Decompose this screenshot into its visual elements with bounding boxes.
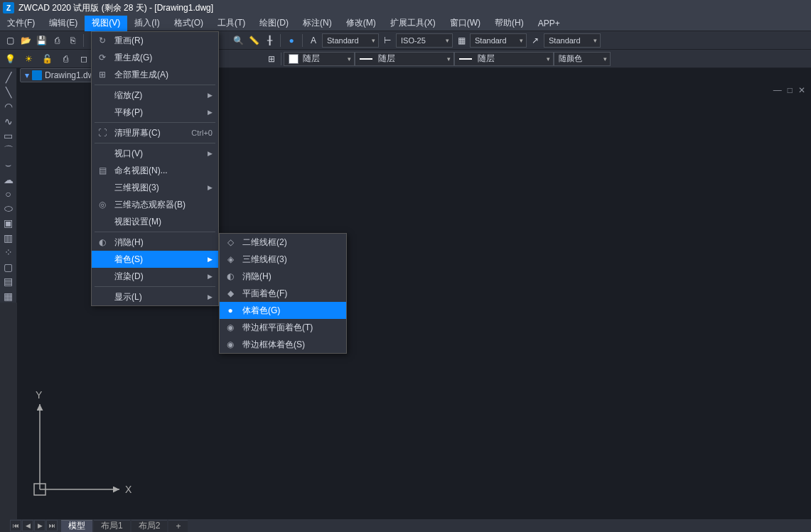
- open-icon[interactable]: 📂: [18, 33, 33, 48]
- tab-model[interactable]: 模型: [61, 520, 92, 532]
- menu-annotate[interactable]: 标注(N): [296, 16, 339, 31]
- text-style-icon[interactable]: A: [306, 33, 321, 48]
- title-bar: Z ZWCAD 2020 试用版 (剩余 28 天) - [Drawing1.d…: [0, 0, 811, 16]
- region-icon[interactable]: ▢: [1, 261, 16, 274]
- block-icon[interactable]: ▣: [1, 217, 16, 230]
- submenu-2d-wireframe[interactable]: ◇二维线框(2): [220, 234, 346, 251]
- table-style-dropdown[interactable]: Standard: [470, 33, 527, 48]
- tab-add-layout[interactable]: +: [168, 520, 188, 532]
- menu-file[interactable]: 文件(F): [0, 16, 42, 31]
- dim-style-dropdown[interactable]: ISO-25: [396, 33, 453, 48]
- menu-display[interactable]: 显示(L)▶: [92, 288, 218, 305]
- hidden-icon: ◐: [222, 271, 238, 281]
- ellipse-icon[interactable]: ⬭: [1, 202, 16, 216]
- menu-help[interactable]: 帮助(H): [488, 16, 531, 31]
- gouraud-icon: ●: [222, 305, 238, 315]
- text-style-dropdown[interactable]: Standard: [322, 33, 379, 48]
- menu-view[interactable]: 视图(V): [85, 16, 127, 31]
- menu-regen[interactable]: ⟳重生成(G): [92, 49, 218, 66]
- menu-3d-orbit[interactable]: ◎三维动态观察器(B): [92, 196, 218, 213]
- separator: [280, 34, 281, 47]
- menu-render[interactable]: 渲染(D)▶: [92, 268, 218, 285]
- menu-pan[interactable]: 平移(P)▶: [92, 104, 218, 121]
- close-button[interactable]: ✕: [798, 85, 805, 95]
- named-views-icon: ▤: [95, 165, 110, 175]
- tab-nav-next[interactable]: ▶: [34, 520, 45, 531]
- tab-layout1[interactable]: 布局1: [94, 520, 130, 532]
- menu-viewport[interactable]: 视口(V)▶: [92, 145, 218, 162]
- table-style-icon[interactable]: ▦: [454, 33, 468, 48]
- color-dropdown[interactable]: 随层: [284, 52, 355, 66]
- submenu-flat-edges[interactable]: ◉带边框平面着色(T): [220, 319, 346, 336]
- submenu-gouraud-edges[interactable]: ◉带边框体着色(S): [220, 336, 346, 353]
- layer-swatch-icon[interactable]: ◻: [77, 52, 91, 66]
- layer-bulb-icon[interactable]: 💡: [3, 52, 17, 66]
- points-icon[interactable]: ⁘: [1, 246, 16, 259]
- print-icon[interactable]: ⎙: [50, 33, 64, 48]
- save-icon[interactable]: 💾: [34, 33, 48, 48]
- ucs-icon: Y X: [27, 390, 134, 504]
- submenu-gouraud-shade[interactable]: ●体着色(G): [220, 302, 346, 319]
- menu-hide[interactable]: ◐消隐(H): [92, 234, 218, 251]
- layer-lock-icon[interactable]: 🔓: [40, 52, 54, 66]
- orbit-icon: ◎: [95, 200, 110, 210]
- new-icon[interactable]: ▢: [3, 33, 17, 48]
- submenu-3d-wireframe[interactable]: ◈三维线框(3): [220, 251, 346, 268]
- measure-icon[interactable]: 📏: [247, 33, 261, 48]
- curve-icon[interactable]: ⌒: [1, 144, 16, 158]
- menu-regen-all[interactable]: ⊞全部重生成(A): [92, 66, 218, 83]
- menu-named-views[interactable]: ▤命名视图(N)...: [92, 162, 218, 179]
- line-icon[interactable]: ╱: [1, 71, 16, 85]
- minimize-button[interactable]: —: [773, 85, 782, 95]
- menu-extend[interactable]: 扩展工具(X): [383, 16, 443, 31]
- tab-nav-first[interactable]: ⏮: [10, 520, 21, 531]
- dim-style-icon[interactable]: ⊢: [380, 33, 394, 48]
- circle-fill-icon[interactable]: ●: [284, 33, 299, 48]
- arc-icon[interactable]: ◠: [1, 100, 16, 114]
- menu-redraw[interactable]: ↻重画(R): [92, 32, 218, 49]
- circle-icon[interactable]: ○: [1, 188, 16, 201]
- cloud-icon[interactable]: ☁: [1, 173, 16, 187]
- app-icon: Z: [3, 2, 14, 13]
- menu-edit[interactable]: 编辑(E): [42, 16, 85, 31]
- text-icon[interactable]: ▤: [1, 275, 16, 288]
- find-icon[interactable]: 🔍: [231, 33, 245, 48]
- menu-clean-screen[interactable]: ⛶清理屏幕(C)Ctrl+0: [92, 124, 218, 141]
- menu-shade[interactable]: 着色(S)▶: [92, 251, 218, 268]
- menu-tools[interactable]: 工具(T): [210, 16, 252, 31]
- hatch-icon[interactable]: ▥: [1, 232, 16, 245]
- maximize-button[interactable]: □: [788, 85, 793, 95]
- layer-sun-icon[interactable]: ☀: [21, 52, 36, 66]
- tab-nav-prev[interactable]: ◀: [22, 520, 33, 531]
- menu-format[interactable]: 格式(O): [167, 16, 210, 31]
- tab-nav-last[interactable]: ⏭: [46, 520, 58, 531]
- menu-app-plus[interactable]: APP+: [531, 16, 567, 31]
- layer-mgr-icon[interactable]: ⊞: [264, 52, 279, 66]
- submenu-hidden[interactable]: ◐消隐(H): [220, 268, 346, 285]
- menu-zoom[interactable]: 缩放(Z)▶: [92, 87, 218, 104]
- print-preview-icon[interactable]: ⎘: [65, 33, 80, 48]
- drawing-window-controls: — □ ✕: [773, 85, 805, 95]
- polyline-icon[interactable]: ╲: [1, 86, 16, 99]
- mleader-style-dropdown[interactable]: Standard: [544, 33, 601, 48]
- menu-insert[interactable]: 插入(I): [127, 16, 166, 31]
- mleader-style-icon[interactable]: ↗: [528, 33, 542, 48]
- menu-draw[interactable]: 绘图(D): [252, 16, 296, 31]
- curve2-icon[interactable]: ⌣: [1, 158, 16, 172]
- plotstyle-dropdown[interactable]: 随颜色: [554, 52, 611, 66]
- menu-window[interactable]: 窗口(W): [443, 16, 488, 31]
- tab-layout2[interactable]: 布局2: [131, 520, 168, 532]
- spline-icon[interactable]: ∿: [1, 115, 16, 129]
- lineweight-dropdown[interactable]: 随层: [454, 52, 554, 66]
- grid-icon[interactable]: ▦: [1, 290, 16, 303]
- rectangle-icon[interactable]: ▭: [1, 129, 16, 143]
- dimension-icon[interactable]: ╂: [262, 33, 276, 48]
- menu-3d-view[interactable]: 三维视图(3)▶: [92, 179, 218, 196]
- layer-plot-icon[interactable]: ⎙: [58, 52, 72, 66]
- linetype-dropdown[interactable]: 随层: [355, 52, 454, 66]
- submenu-flat-shade[interactable]: ◆平面着色(F): [220, 285, 346, 302]
- menu-view-settings[interactable]: 视图设置(M): [92, 213, 218, 230]
- draw-toolbar: ╱ ╲ ◠ ∿ ▭ ⌒ ⌣ ☁ ○ ⬭ ▣ ▥ ⁘ ▢ ▤ ▦: [0, 68, 17, 303]
- menu-modify[interactable]: 修改(M): [339, 16, 383, 31]
- separator: [281, 53, 281, 65]
